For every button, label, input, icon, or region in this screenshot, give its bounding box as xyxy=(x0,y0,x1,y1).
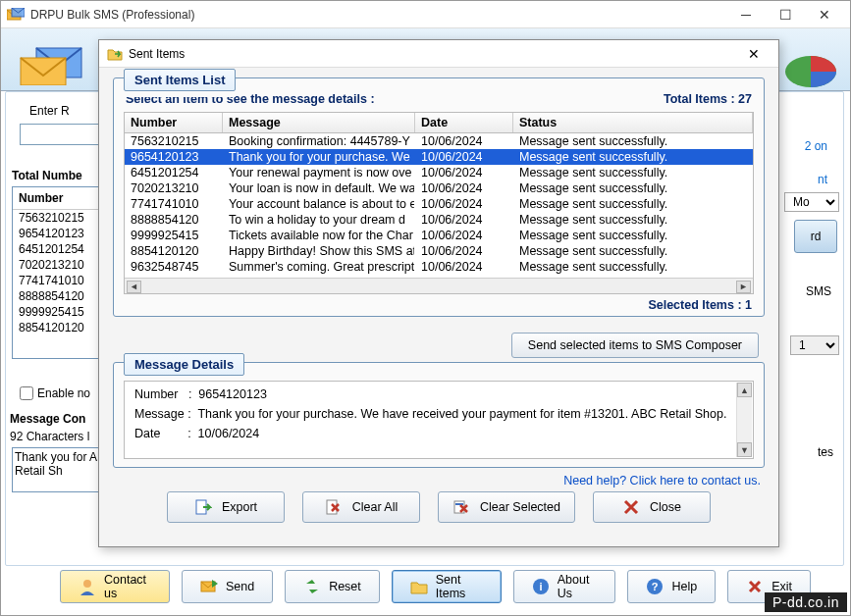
envelope-icon xyxy=(19,42,97,81)
right-fragment-2on: 2 on xyxy=(805,139,827,153)
bottom-toolbar: Contact us Send Reset Sent Items i About… xyxy=(60,570,811,603)
minimize-button[interactable]: ─ xyxy=(726,2,766,27)
col-message[interactable]: Message xyxy=(223,113,415,132)
col-number[interactable]: Number xyxy=(125,113,223,132)
message-details-box: Number : 9654120123 Message : Thank you … xyxy=(124,381,754,459)
help-icon: ? xyxy=(646,578,664,595)
close-icon xyxy=(622,498,640,516)
about-us-button[interactable]: i About Us xyxy=(513,570,616,603)
table-row[interactable]: 7741741010Your account balance is about … xyxy=(125,196,753,212)
rd-button[interactable]: rd xyxy=(794,220,837,253)
send-to-composer-button[interactable]: Send selected items to SMS Composer xyxy=(511,333,759,358)
svg-text:?: ? xyxy=(652,581,659,592)
window-controls: ─ ☐ ✕ xyxy=(726,2,844,27)
svg-text:i: i xyxy=(539,581,542,592)
maximize-button[interactable]: ☐ xyxy=(766,2,805,27)
table-row[interactable]: 7563210215Booking confirmation: 4445789-… xyxy=(125,133,753,149)
folder-arrow-icon xyxy=(107,46,123,62)
export-button[interactable]: Export xyxy=(167,491,285,523)
enable-checkbox-input[interactable] xyxy=(20,386,33,400)
envelope-arrow-icon xyxy=(200,578,218,595)
help-link[interactable]: Need help? Click here to contact us. xyxy=(113,474,761,488)
table-row[interactable]: 8854120120Happy Birthday! Show this SMS … xyxy=(125,243,753,259)
message-details-frame: Message Details Number : 9654120123 Mess… xyxy=(113,362,765,468)
one-select[interactable]: 1 xyxy=(790,335,839,355)
clear-all-icon xyxy=(325,498,343,516)
reset-button[interactable]: Reset xyxy=(285,570,380,603)
sent-items-list-frame: Sent Items List Select an item to see th… xyxy=(113,77,765,317)
message-details-title: Message Details xyxy=(124,353,244,376)
watermark: P-dd.co.in xyxy=(765,592,847,612)
app-icon xyxy=(7,8,25,22)
sms-label: SMS xyxy=(806,284,831,298)
recipient-input[interactable] xyxy=(20,124,108,145)
table-row[interactable]: 6451201254Your renewal payment is now ov… xyxy=(125,165,753,180)
detail-number-label: Number xyxy=(134,387,178,401)
selected-items-label: Selected Items : 1 xyxy=(114,294,764,312)
col-status[interactable]: Status xyxy=(513,113,753,132)
export-icon xyxy=(194,498,212,516)
right-fragment-nt: nt xyxy=(818,173,827,186)
enter-recipient-label: Enter R xyxy=(29,104,70,118)
scroll-down-icon[interactable]: ▼ xyxy=(737,442,752,457)
message-content-label: Message Con xyxy=(10,412,85,426)
table-row[interactable]: 9999925415Tickets available now for the … xyxy=(125,228,753,243)
dialog-body: Sent Items List Select an item to see th… xyxy=(99,68,778,523)
sent-items-dialog: Sent Items ✕ Sent Items List Select an i… xyxy=(98,39,779,547)
table-row[interactable]: 9632548745Summer's coming. Great prescri… xyxy=(125,259,753,275)
clear-selected-icon xyxy=(452,498,470,516)
folder-icon xyxy=(410,578,428,595)
sent-items-button[interactable]: Sent Items xyxy=(392,570,502,603)
total-items-label: Total Items : 27 xyxy=(664,92,752,106)
detail-date-value: 10/06/2024 xyxy=(198,427,260,440)
sent-items-grid[interactable]: Number Message Date Status 7563210215Boo… xyxy=(124,112,754,294)
send-button[interactable]: Send xyxy=(182,570,273,603)
enable-checkbox[interactable]: Enable no xyxy=(20,386,90,400)
dialog-actions: Export Clear All Clear Selected Close xyxy=(113,491,765,523)
details-vertical-scrollbar[interactable]: ▲ ▼ xyxy=(736,383,752,457)
table-row[interactable]: 7020213210Your loan is now in default. W… xyxy=(125,180,753,196)
detail-date-label: Date xyxy=(134,427,160,440)
sent-items-list-title: Sent Items List xyxy=(124,69,236,91)
detail-number-value: 9654120123 xyxy=(198,387,267,401)
svg-point-5 xyxy=(83,580,91,588)
mo-select[interactable]: Mo xyxy=(784,192,839,212)
reset-icon xyxy=(303,578,321,595)
col-date[interactable]: Date xyxy=(415,113,513,132)
info-icon: i xyxy=(532,578,550,595)
person-icon xyxy=(79,578,96,595)
table-row[interactable]: 8888854120 To win a holiday to your drea… xyxy=(125,212,753,228)
detail-message-label: Message xyxy=(134,407,185,421)
help-button[interactable]: ? Help xyxy=(627,570,716,603)
detail-message-value: Thank you for your purchase. We have rec… xyxy=(197,407,726,421)
pie-chart-icon xyxy=(781,50,840,91)
dialog-close-button[interactable]: ✕ xyxy=(737,42,771,66)
clear-selected-button[interactable]: Clear Selected xyxy=(438,491,575,523)
total-number-label: Total Numbe xyxy=(12,169,82,182)
scroll-right-icon[interactable]: ► xyxy=(736,281,751,293)
clear-all-button[interactable]: Clear All xyxy=(302,491,420,523)
grid-header: Number Message Date Status xyxy=(125,113,753,133)
main-titlebar: DRPU Bulk SMS (Professional) ─ ☐ ✕ xyxy=(1,1,850,28)
app-title: DRPU Bulk SMS (Professional) xyxy=(30,8,726,22)
contact-us-button[interactable]: Contact us xyxy=(60,570,170,603)
svg-rect-14 xyxy=(455,503,463,505)
table-row[interactable]: 9654120123Thank you for your purchase. W… xyxy=(125,149,753,165)
enable-label: Enable no xyxy=(37,386,90,400)
char-length-label: 92 Characters l xyxy=(10,430,89,443)
exit-icon xyxy=(746,578,764,595)
grid-horizontal-scrollbar[interactable]: ◄ ► xyxy=(125,278,753,294)
scroll-up-icon[interactable]: ▲ xyxy=(737,383,752,397)
close-button[interactable]: ✕ xyxy=(805,2,844,27)
dialog-titlebar: Sent Items ✕ xyxy=(99,40,778,68)
scroll-left-icon[interactable]: ◄ xyxy=(127,281,141,293)
dialog-title: Sent Items xyxy=(129,47,737,61)
close-dialog-button[interactable]: Close xyxy=(593,491,711,523)
tes-label: tes xyxy=(818,445,833,459)
